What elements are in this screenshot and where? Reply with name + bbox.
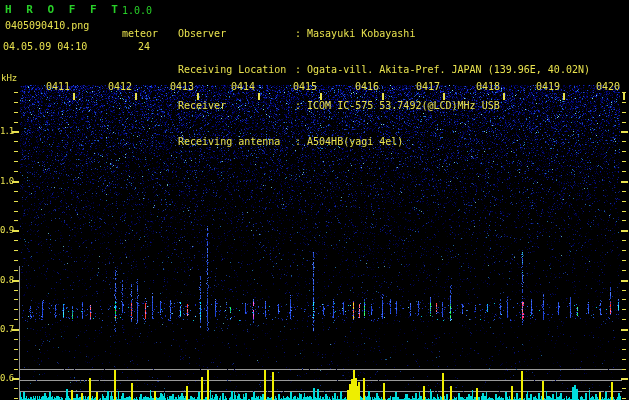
freq-tick-label: 1.0 [0, 176, 13, 186]
freq-unit-label: kHz [1, 72, 17, 84]
info-value: A504HB(yagi 4el) [307, 136, 403, 148]
time-tick-label: 0419 [530, 81, 560, 92]
time-tick-label: 0418 [470, 81, 500, 92]
info-separator: : [295, 136, 301, 148]
time-tick-label: 0414 [225, 81, 255, 92]
info-separator: : [295, 28, 301, 40]
info-separator: : [295, 64, 301, 76]
info-label: Observer [178, 28, 295, 40]
info-value: ICOM IC-575 53.7492(@LCD)MHz USB [307, 100, 500, 112]
info-row-receiver: Receiver:ICOM IC-575 53.7492(@LCD)MHz US… [178, 100, 590, 112]
info-value: Ogata-vill. Akita-Pref. JAPAN (139.96E, … [307, 64, 590, 76]
observation-mode: meteor [122, 28, 158, 40]
time-tick-label: 0412 [102, 81, 132, 92]
app-version: 1.0.0 [122, 5, 152, 17]
freq-tick-label: 0.8 [0, 275, 13, 285]
info-label: Receiver [178, 100, 295, 112]
info-row-location: Receiving Location:Ogata-vill. Akita-Pre… [178, 64, 590, 76]
app-title: H R O F F T [5, 4, 122, 16]
info-separator: : [295, 100, 301, 112]
observation-datetime: 04.05.09 04:10 [3, 41, 87, 53]
freq-tick-label: 0.9 [0, 225, 13, 235]
hrofft-screen: H R O F F T 1.0.0 0405090410.png meteor … [0, 0, 629, 400]
freq-tick-label: 1.1 [0, 126, 13, 136]
time-tick-label: 0413 [164, 81, 194, 92]
info-row-observer: Observer:Masayuki Kobayashi [178, 28, 590, 40]
freq-tick-label: 0.7 [0, 324, 13, 334]
time-tick-label: 0415 [287, 81, 317, 92]
info-label: Receiving Location [178, 64, 295, 76]
time-tick-label: 0416 [349, 81, 379, 92]
time-tick-label: 0417 [410, 81, 440, 92]
info-value: Masayuki Kobayashi [307, 28, 415, 40]
meteor-echo-count: 24 [138, 41, 150, 53]
info-label: Receiving antenna [178, 136, 295, 148]
time-tick-label: 0420 [590, 81, 620, 92]
freq-tick-label: 0.6 [0, 373, 13, 383]
output-filename: 0405090410.png [5, 20, 89, 32]
info-row-antenna: Receiving antenna:A504HB(yagi 4el) [178, 136, 590, 148]
time-tick-label: 0411 [40, 81, 70, 92]
